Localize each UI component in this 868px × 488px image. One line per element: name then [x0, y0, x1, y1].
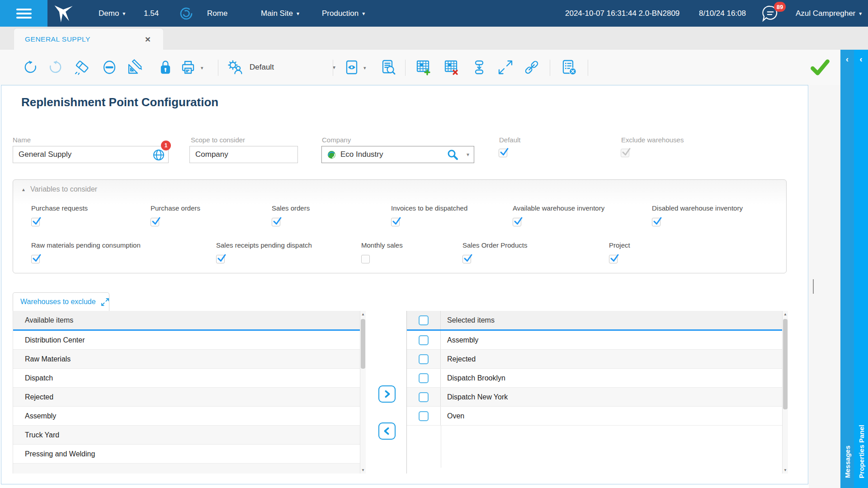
move-left-button[interactable] — [378, 422, 396, 440]
properties-panel-label: Properties Panel — [857, 425, 865, 478]
table-add-button[interactable] — [413, 57, 433, 77]
selected-item-label: Dispatch Brooklyn — [441, 374, 505, 382]
clear-button[interactable] — [72, 57, 92, 77]
variable-cell: Raw materials pending consumption — [31, 241, 141, 263]
selected-item-row[interactable]: Oven — [407, 407, 788, 426]
selected-item-row[interactable]: Dispatch Brooklyn — [407, 369, 788, 388]
variable-checkbox[interactable] — [272, 218, 280, 226]
remove-button[interactable] — [99, 57, 119, 77]
print-dropdown-caret[interactable]: ▾ — [201, 65, 203, 71]
variables-to-consider-panel: ▲ Variables to consider Purchase request… — [13, 179, 787, 273]
selected-item-row[interactable]: Dispatch New York — [407, 388, 788, 407]
select-all-checkbox[interactable] — [419, 315, 429, 325]
column-divider — [441, 426, 441, 468]
clear-list-button[interactable] — [559, 57, 579, 77]
scope-field-label: Scope to consider — [191, 136, 245, 144]
variable-cell: Disabled warehouse inventory — [652, 204, 743, 226]
selected-item-row[interactable]: Assembly — [407, 331, 788, 350]
variable-checkbox[interactable] — [609, 255, 618, 263]
redo-icon — [47, 59, 65, 76]
available-item-row[interactable]: Distribution Center — [13, 331, 366, 350]
hamburger-menu-button[interactable] — [0, 0, 47, 27]
link-button[interactable] — [522, 57, 542, 77]
variable-label: Disabled warehouse inventory — [652, 204, 743, 212]
collapse-left-icon[interactable]: ‹ — [840, 54, 854, 64]
collapse-left-icon[interactable]: ‹ — [854, 54, 868, 64]
company-input[interactable]: Eco Industry ▾ — [321, 146, 474, 163]
translate-globe-icon[interactable] — [153, 149, 165, 163]
variable-checkbox[interactable] — [652, 218, 660, 226]
confirm-button[interactable] — [810, 57, 830, 77]
row-checkbox[interactable] — [419, 354, 429, 364]
available-item-row[interactable]: Dispatch — [13, 369, 366, 388]
scroll-up-icon[interactable]: ▲ — [360, 312, 366, 316]
expand-icon[interactable] — [101, 298, 109, 306]
translation-count-badge: 1 — [161, 141, 171, 150]
scroll-up-icon[interactable]: ▲ — [783, 312, 788, 316]
minus-circle-icon — [101, 59, 118, 76]
design-button[interactable] — [125, 57, 145, 77]
row-checkbox[interactable] — [419, 335, 429, 345]
document-search-button[interactable] — [378, 57, 398, 77]
scope-input[interactable]: Company — [189, 146, 298, 163]
toolbar-separator — [218, 60, 218, 76]
properties-panel-strip[interactable]: ‹ Properties Panel — [854, 50, 868, 488]
default-checkbox[interactable] — [499, 149, 507, 157]
company-search-icon[interactable] — [447, 149, 458, 163]
variable-label: Sales orders — [272, 204, 310, 212]
variable-checkbox[interactable] — [216, 255, 225, 263]
database-dropdown[interactable]: Production▾ — [322, 0, 365, 27]
available-item-row[interactable]: Rejected — [13, 388, 366, 407]
tab-general-supply[interactable]: GENERAL SUPPLY × — [14, 28, 163, 50]
selected-list-scrollbar[interactable]: ▲ ▼ — [782, 311, 788, 474]
row-checkbox[interactable] — [419, 373, 429, 383]
variables-section-collapse[interactable]: ▲ Variables to consider — [21, 185, 97, 193]
site-label: Main Site — [261, 9, 293, 18]
exclude-warehouses-checkbox[interactable] — [621, 149, 629, 157]
scrollbar-thumb[interactable] — [361, 319, 365, 369]
scroll-down-icon[interactable]: ▼ — [783, 468, 788, 472]
scroll-down-icon[interactable]: ▼ — [360, 468, 366, 472]
variable-checkbox[interactable] — [513, 218, 521, 226]
variable-checkbox[interactable] — [391, 218, 400, 226]
expand-view-button[interactable] — [495, 57, 515, 77]
messages-panel-strip[interactable]: ‹ Messages — [840, 50, 854, 488]
profile-settings-dropdown[interactable]: Default ▾ — [226, 57, 335, 77]
table-delete-button[interactable] — [441, 57, 461, 77]
row-checkbox[interactable] — [419, 411, 429, 421]
variable-checkbox[interactable] — [31, 255, 40, 263]
variable-checkbox[interactable] — [151, 218, 159, 226]
print-button[interactable] — [178, 57, 198, 77]
name-input[interactable]: General Supply 1 — [13, 146, 169, 163]
user-menu[interactable]: Azul Campregher▾ — [796, 0, 862, 27]
workflow-button[interactable] — [469, 57, 489, 77]
site-dropdown[interactable]: Main Site▾ — [261, 0, 299, 27]
available-item-row[interactable]: Truck Yard — [13, 426, 366, 445]
tab-close-icon[interactable]: × — [145, 34, 151, 44]
preview-dropdown-caret[interactable]: ▾ — [363, 65, 366, 71]
company-dropdown-caret[interactable]: ▾ — [467, 151, 469, 158]
environment-dropdown[interactable]: Demo▾ — [99, 0, 125, 27]
variable-checkbox[interactable] — [361, 255, 370, 263]
eye-document-icon — [343, 59, 360, 76]
panel-resize-handle[interactable] — [813, 279, 814, 294]
variable-checkbox[interactable] — [462, 255, 471, 263]
tab-bar: GENERAL SUPPLY × — [0, 27, 868, 50]
redo-button[interactable] — [46, 57, 66, 77]
row-checkbox[interactable] — [419, 392, 429, 402]
available-item-row[interactable]: Raw Materials — [13, 350, 366, 369]
variable-checkbox[interactable] — [31, 218, 40, 226]
row-checkbox-cell — [407, 350, 441, 368]
lock-button[interactable] — [156, 57, 175, 77]
selected-item-row[interactable]: Rejected — [407, 350, 788, 369]
undo-button[interactable] — [20, 57, 40, 77]
scrollbar-thumb[interactable] — [783, 319, 788, 409]
hamburger-icon — [16, 6, 32, 21]
warehouses-to-exclude-tab[interactable]: Warehouses to exclude — [13, 292, 109, 311]
move-right-button[interactable] — [378, 385, 396, 403]
selected-item-label: Oven — [441, 412, 464, 420]
available-item-row[interactable]: Assembly — [13, 407, 366, 426]
available-item-row[interactable]: Pressing and Welding — [13, 445, 366, 464]
available-list-scrollbar[interactable]: ▲ ▼ — [360, 311, 366, 474]
preview-button[interactable] — [342, 57, 362, 77]
